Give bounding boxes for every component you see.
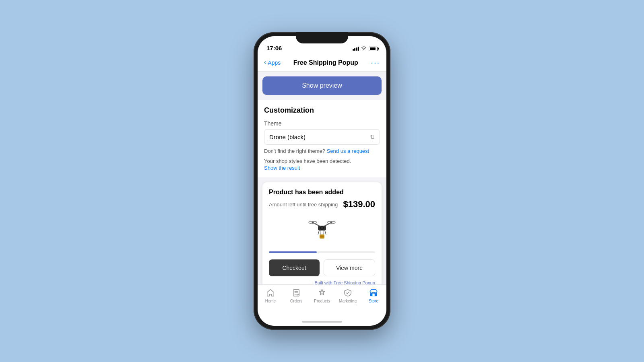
theme-select[interactable]: Drone (black) ⇅ — [264, 129, 380, 145]
tab-orders[interactable]: Orders — [283, 288, 309, 303]
phone-screen: 17:06 — [258, 36, 386, 326]
send-request-link[interactable]: Send us a request — [327, 148, 369, 154]
tab-store[interactable]: Store — [361, 288, 386, 303]
nav-header: ‹ Apps Free Shipping Popup ··· — [258, 54, 386, 72]
popup-price: $139.00 — [343, 199, 375, 210]
theme-value: Drone (black) — [269, 134, 305, 140]
popup-shipping-row: Amount left until free shipping $139.00 — [269, 199, 375, 210]
tab-store-label: Store — [369, 299, 378, 303]
popup-shipping-text: Amount left until free shipping — [269, 202, 338, 208]
orders-icon — [291, 288, 301, 298]
svg-point-5 — [330, 222, 332, 224]
home-icon — [266, 288, 275, 298]
tab-home-label: Home — [265, 299, 276, 303]
signal-icon — [353, 47, 359, 51]
wifi-icon — [361, 46, 367, 51]
customization-section: Customization Theme Drone (black) ⇅ Don'… — [258, 100, 386, 177]
tab-products-label: Products — [314, 299, 330, 303]
tab-bar: Home Orders Products — [258, 284, 386, 318]
built-with: Built with Free Shipping Popup — [269, 280, 375, 284]
back-button[interactable]: ‹ Apps — [264, 59, 281, 66]
more-button[interactable]: ··· — [371, 58, 380, 67]
svg-line-10 — [325, 230, 326, 234]
status-time: 17:06 — [266, 45, 282, 51]
show-preview-button[interactable]: Show preview — [262, 76, 382, 95]
svg-line-9 — [318, 230, 319, 234]
theme-label: Theme — [264, 120, 380, 127]
home-indicator — [258, 318, 386, 326]
status-icons — [353, 46, 378, 51]
checkout-button[interactable]: Checkout — [269, 259, 320, 276]
view-more-button[interactable]: View more — [324, 259, 375, 276]
progress-bar-fill — [269, 251, 317, 253]
progress-bar-container — [269, 251, 375, 253]
svg-point-8 — [321, 227, 323, 229]
svg-rect-18 — [372, 294, 375, 296]
back-label: Apps — [268, 60, 281, 66]
popup-card-title: Product has been added — [269, 189, 375, 196]
styles-detected-text: Your shop styles have been detected. — [264, 158, 380, 164]
main-content: Show preview Customization Theme Drone (… — [258, 72, 386, 284]
tab-orders-label: Orders — [290, 299, 303, 303]
nav-title: Free Shipping Popup — [293, 59, 358, 66]
select-arrows-icon: ⇅ — [370, 134, 375, 140]
phone-notch — [296, 32, 348, 43]
tab-marketing-label: Marketing — [339, 299, 357, 303]
battery-icon — [369, 47, 378, 51]
drone-icon — [306, 214, 338, 247]
popup-actions: Checkout View more — [269, 259, 375, 276]
store-icon — [369, 288, 378, 298]
products-icon — [317, 288, 327, 298]
svg-point-3 — [312, 222, 314, 224]
show-result-link[interactable]: Show the result — [264, 165, 380, 171]
marketing-icon — [343, 288, 353, 298]
home-bar — [302, 321, 342, 323]
theme-hint: Don't find the right theme? Send us a re… — [264, 148, 380, 154]
popup-preview-card: Product has been added Amount left until… — [262, 182, 382, 284]
tab-home[interactable]: Home — [258, 288, 283, 303]
phone-frame: 17:06 — [254, 32, 390, 330]
tab-products[interactable]: Products — [309, 288, 335, 303]
back-chevron-icon: ‹ — [264, 59, 266, 66]
section-title: Customization — [264, 106, 380, 115]
drone-illustration — [269, 214, 375, 247]
tab-marketing[interactable]: Marketing — [335, 288, 361, 303]
